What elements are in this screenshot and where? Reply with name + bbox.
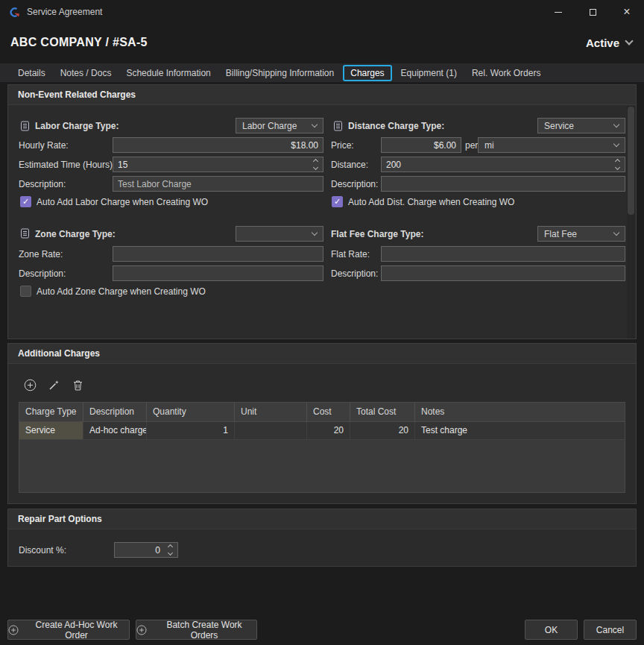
check-icon: ✓	[334, 198, 341, 206]
flat-rate-input[interactable]	[381, 246, 625, 262]
chevron-down-icon	[625, 37, 633, 45]
plus-circle-icon	[136, 625, 147, 635]
price-unit-value: mi	[484, 140, 494, 151]
batch-create-work-orders-button[interactable]: Batch Create Work Orders	[136, 620, 257, 640]
column-header-charge-type[interactable]: Charge Type	[19, 403, 83, 421]
column-header-cost[interactable]: Cost	[307, 403, 350, 421]
labor-charge-type-label: Labor Charge Type:	[35, 119, 119, 133]
column-header-quantity[interactable]: Quantity	[147, 403, 235, 421]
discount-label: Discount %:	[19, 543, 66, 558]
zone-rate-label: Zone Rate:	[19, 247, 63, 262]
auto-add-distance-checkbox[interactable]: ✓	[332, 196, 343, 207]
auto-add-labor-checkbox[interactable]: ✓	[20, 196, 31, 207]
column-header-description[interactable]: Description	[83, 403, 147, 421]
column-header-unit[interactable]: Unit	[235, 403, 307, 421]
cell-charge-type[interactable]: Service	[19, 422, 83, 439]
distance-charge-type-label: Distance Charge Type:	[348, 119, 444, 133]
titlebar: Service Agreement ×	[0, 0, 644, 24]
labor-charge-type-dropdown[interactable]: Labor Charge	[236, 118, 323, 133]
zone-rate-input[interactable]	[113, 246, 323, 262]
tab-billing-shipping-information[interactable]: Billing/Shipping Information	[218, 65, 341, 81]
scrollbar-thumb[interactable]	[628, 107, 634, 215]
zone-charge-type-label: Zone Charge Type:	[35, 227, 116, 242]
spinner-up-down-icon[interactable]	[612, 160, 622, 169]
repair-part-panel-title: Repair Part Options	[8, 509, 636, 529]
window-title: Service Agreement	[27, 7, 102, 17]
labor-description-input[interactable]	[113, 176, 323, 192]
close-button[interactable]: ×	[610, 0, 644, 24]
plus-circle-icon	[8, 625, 19, 635]
table-row[interactable]: Service Ad-hoc charge 1 20 20 Test charg…	[19, 422, 625, 440]
cancel-button[interactable]: Cancel	[584, 620, 637, 640]
chevron-down-icon	[312, 230, 318, 236]
tab-notes-docs[interactable]: Notes / Docs	[53, 65, 119, 81]
close-icon: ×	[623, 6, 630, 18]
column-header-notes[interactable]: Notes	[415, 403, 625, 421]
additional-charges-table: Charge Type Description Quantity Unit Co…	[19, 402, 625, 493]
status-value: Active	[586, 37, 619, 49]
flat-description-input[interactable]	[381, 265, 625, 281]
auto-add-labor-label: Auto Add Labor Charge when Creating WO	[37, 195, 208, 210]
auto-add-zone-checkbox[interactable]: ✓	[20, 286, 31, 297]
flat-fee-charge-type-dropdown[interactable]: Flat Fee	[537, 226, 625, 242]
tab-bar: Details Notes / Docs Schedule Informatio…	[0, 63, 644, 82]
tab-details[interactable]: Details	[10, 65, 53, 81]
check-icon: ✓	[22, 198, 29, 206]
cell-total-cost[interactable]: 20	[350, 422, 415, 439]
auto-add-zone-label: Auto Add Zone Charge when Creating WO	[37, 284, 206, 299]
tab-equipment[interactable]: Equipment (1)	[394, 65, 464, 81]
distance-description-label: Description:	[331, 177, 378, 192]
zone-description-input[interactable]	[113, 265, 323, 281]
delete-trash-icon[interactable]	[69, 377, 86, 393]
distance-input[interactable]	[381, 157, 625, 172]
chevron-down-icon	[312, 122, 318, 128]
cell-notes[interactable]: Test charge	[415, 422, 625, 439]
minimize-icon	[555, 12, 562, 13]
distance-charge-type-dropdown[interactable]: Service	[537, 118, 625, 133]
status-dropdown[interactable]: Active	[586, 37, 632, 49]
service-agreement-window: Service Agreement × ABC COMPANY / #SA-5 …	[0, 0, 644, 645]
hourly-rate-input[interactable]	[113, 137, 323, 153]
estimated-time-input[interactable]	[113, 157, 323, 172]
cell-unit[interactable]	[235, 422, 307, 439]
create-adhoc-work-order-button[interactable]: Create Ad-Hoc Work Order	[7, 620, 130, 640]
maximize-icon	[590, 9, 596, 16]
cell-description[interactable]: Ad-hoc charge	[83, 422, 147, 439]
distance-charge-icon	[333, 121, 343, 131]
ok-button[interactable]: OK	[525, 620, 578, 640]
page-title: ABC COMPANY / #SA-5	[10, 36, 148, 49]
non-event-panel-title: Non-Event Related Charges	[8, 85, 636, 105]
estimated-time-value[interactable]	[113, 160, 310, 170]
maximize-button[interactable]	[575, 0, 610, 24]
tab-charges[interactable]: Charges	[343, 65, 391, 81]
discount-input[interactable]	[114, 542, 178, 558]
column-header-total-cost[interactable]: Total Cost	[350, 403, 415, 421]
discount-value[interactable]	[115, 545, 165, 556]
price-input[interactable]	[381, 137, 461, 153]
window-controls: ×	[541, 0, 644, 24]
flat-rate-label: Flat Rate:	[331, 247, 370, 262]
price-unit-dropdown[interactable]: mi	[478, 137, 625, 153]
cell-cost[interactable]: 20	[307, 422, 350, 439]
edit-wand-icon[interactable]	[45, 377, 62, 393]
hourly-rate-label: Hourly Rate:	[19, 138, 69, 153]
chevron-down-icon	[613, 141, 619, 147]
chevron-down-icon	[613, 230, 619, 236]
minimize-button[interactable]	[541, 0, 575, 24]
tab-schedule-information[interactable]: Schedule Information	[119, 65, 218, 81]
create-adhoc-label: Create Ad-Hoc Work Order	[24, 620, 129, 641]
batch-create-label: Batch Create Work Orders	[152, 620, 256, 641]
cell-quantity[interactable]: 1	[147, 422, 235, 439]
zone-charge-type-dropdown[interactable]	[236, 226, 323, 242]
auto-add-distance-label: Auto Add Dist. Charge when Creating WO	[348, 195, 514, 210]
spinner-up-down-icon[interactable]	[165, 545, 175, 555]
vertical-scrollbar[interactable]	[627, 106, 635, 339]
tab-rel-work-orders[interactable]: Rel. Work Orders	[464, 65, 548, 81]
distance-description-input[interactable]	[381, 176, 625, 192]
spinner-up-down-icon[interactable]	[310, 160, 321, 169]
per-label: per	[465, 138, 478, 153]
non-event-charges-panel: Non-Event Related Charges Labor Charge T…	[7, 84, 637, 339]
distance-value[interactable]	[382, 160, 612, 170]
add-charge-button[interactable]	[22, 377, 38, 393]
labor-description-label: Description:	[19, 177, 66, 192]
